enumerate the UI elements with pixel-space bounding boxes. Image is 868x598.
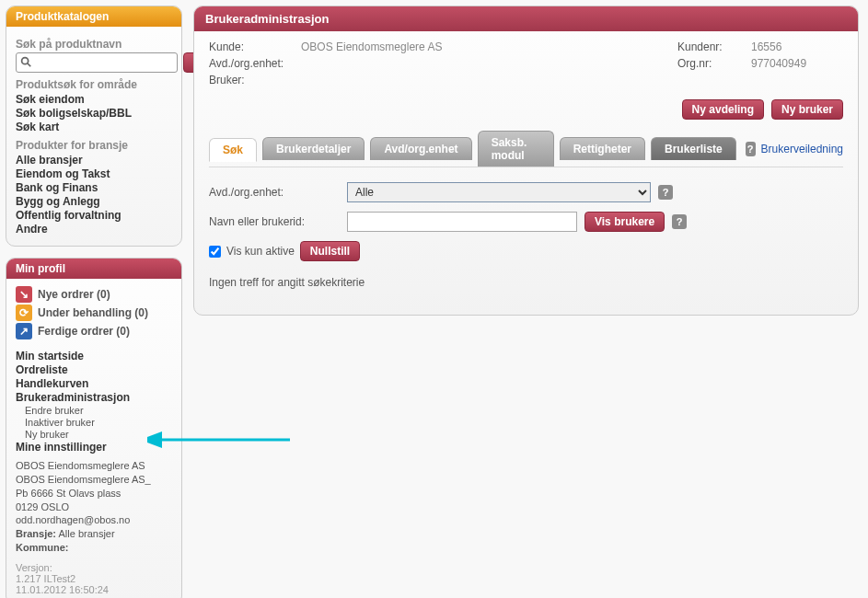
new-department-button[interactable]: Ny avdeling xyxy=(682,99,764,120)
addr-line3: Pb 6666 St Olavs plass xyxy=(16,487,172,500)
active-only-checkbox[interactable] xyxy=(209,246,221,258)
version-timestamp: 11.01.2012 16:50:24 xyxy=(16,584,172,595)
orders-done-label: Ferdige ordrer (0) xyxy=(38,325,130,338)
tab-search[interactable]: Søk xyxy=(209,138,257,162)
nav-mine-innstillinger[interactable]: Mine innstillinger xyxy=(16,441,172,454)
subnav-endre-bruker[interactable]: Endre bruker xyxy=(25,405,172,416)
tab-permissions[interactable]: Rettigheter xyxy=(560,137,645,160)
department-select[interactable]: Alle xyxy=(347,182,651,202)
kundenr-label: Kundenr: xyxy=(677,40,751,53)
subnav-inaktiver-bruker[interactable]: Inaktiver bruker xyxy=(25,417,172,428)
bransje-link-bygg-anlegg[interactable]: Bygg og Anlegg xyxy=(16,195,172,208)
version-value: 1.217 ILTest2 xyxy=(16,573,172,584)
no-results-message: Ingen treff for angitt søkekriterie xyxy=(209,276,843,289)
bruker-value xyxy=(301,74,677,86)
bransje-link-offentlig[interactable]: Offentlig forvaltning xyxy=(16,209,172,222)
help-icon-name[interactable]: ? xyxy=(672,214,687,229)
refresh-icon: ⟳ xyxy=(16,305,32,321)
active-only-label: Vis kun aktive xyxy=(226,245,295,258)
new-user-button[interactable]: Ny bruker xyxy=(771,99,843,120)
version-block: Versjon: 1.217 ILTest2 11.01.2012 16:50:… xyxy=(16,562,172,595)
bruker-label: Bruker: xyxy=(209,74,301,86)
bransje-link-eiendom-takst[interactable]: Eiendom og Takst xyxy=(16,167,172,180)
svg-line-1 xyxy=(28,63,31,67)
product-catalog-header: Produktkatalogen xyxy=(6,6,181,27)
search-label: Søk på produktnavn xyxy=(16,38,172,51)
addr-line1: OBOS Eiendomsmeglere AS xyxy=(16,459,172,473)
form-name-label: Navn eller brukerid: xyxy=(209,215,347,228)
area-search-heading: Produktsøk for område xyxy=(16,78,172,91)
user-admin-panel: Brukeradministrasjon Kunde: OBOS Eiendom… xyxy=(193,6,859,316)
addr-line2: OBOS Eiendomsmeglere AS_ xyxy=(16,473,172,487)
customer-info-grid: Kunde: OBOS Eiendomsmeglere AS Kundenr: … xyxy=(209,40,843,86)
product-catalog-panel: Produktkatalogen Søk på produktnavn Søk … xyxy=(6,6,182,247)
area-link-eiendom[interactable]: Søk eiendom xyxy=(16,93,172,106)
tab-department[interactable]: Avd/org.enhet xyxy=(370,137,471,160)
product-search-input[interactable] xyxy=(16,52,178,73)
orgnr-value: 977040949 xyxy=(751,57,843,70)
help-icon-avd[interactable]: ? xyxy=(658,185,673,200)
svg-point-0 xyxy=(22,58,29,64)
bransje-link-andre[interactable]: Andre xyxy=(16,223,172,236)
user-guide-link[interactable]: Brukerveiledning xyxy=(761,143,843,155)
nav-ordreliste[interactable]: Ordreliste xyxy=(16,363,172,376)
nav-handlekurven[interactable]: Handlekurven xyxy=(16,377,172,390)
arrow-up-icon: ↗ xyxy=(16,323,32,339)
tab-case-module[interactable]: Saksb. modul xyxy=(478,131,554,167)
tab-user-list[interactable]: Brukerliste xyxy=(651,137,736,160)
orders-new-label: Nye ordrer (0) xyxy=(38,288,110,301)
nav-min-startside[interactable]: Min startside xyxy=(16,350,172,362)
orders-processing-label: Under behandling (0) xyxy=(38,306,148,319)
orders-new[interactable]: ↘ Nye ordrer (0) xyxy=(16,286,172,303)
nav-brukeradmin[interactable]: Brukeradministrasjon xyxy=(16,391,172,404)
tabs-row: Søk Brukerdetaljer Avd/org.enhet Saksb. … xyxy=(209,131,843,167)
bransje-heading: Produkter for bransje xyxy=(16,139,172,152)
addr-email[interactable]: odd.nordhagen@obos.no xyxy=(16,514,130,525)
kunde-value: OBOS Eiendomsmeglere AS xyxy=(301,40,677,53)
bransje-link-bank-finans[interactable]: Bank og Finans xyxy=(16,181,172,194)
my-profile-header: Min profil xyxy=(6,259,181,279)
company-address: OBOS Eiendomsmeglere AS OBOS Eiendomsmeg… xyxy=(16,459,172,555)
search-icon xyxy=(19,55,32,68)
form-avd-label: Avd./org.enhet: xyxy=(209,186,347,199)
kundenr-value: 16556 xyxy=(751,40,843,53)
addr-line4: 0129 OSLO xyxy=(16,500,172,514)
bransje-link-alle[interactable]: Alle bransjer xyxy=(16,154,172,167)
name-or-userid-input[interactable] xyxy=(347,212,577,232)
kunde-label: Kunde: xyxy=(209,40,301,53)
help-icon[interactable]: ? xyxy=(746,142,756,156)
area-link-kart[interactable]: Søk kart xyxy=(16,121,172,133)
subnav-ny-bruker[interactable]: Ny bruker xyxy=(25,429,172,440)
orders-processing[interactable]: ⟳ Under behandling (0) xyxy=(16,305,172,321)
version-head: Versjon: xyxy=(16,562,172,573)
reset-button[interactable]: Nullstill xyxy=(300,241,360,261)
arrow-down-icon: ↘ xyxy=(16,286,32,303)
orgnr-label: Org.nr: xyxy=(677,57,751,70)
my-profile-panel: Min profil ↘ Nye ordrer (0) ⟳ Under beha… xyxy=(6,258,182,598)
user-admin-header: Brukeradministrasjon xyxy=(194,6,858,31)
show-users-button[interactable]: Vis brukere xyxy=(584,212,665,232)
bransje-label: Bransje: xyxy=(16,528,56,539)
bransje-value: Alle bransjer xyxy=(58,528,114,539)
tab-user-details[interactable]: Brukerdetaljer xyxy=(262,137,365,160)
orders-done[interactable]: ↗ Ferdige ordrer (0) xyxy=(16,323,172,339)
kommune-label: Kommune: xyxy=(16,542,68,553)
avd-label: Avd./org.enhet: xyxy=(209,57,301,70)
area-link-boligselskap[interactable]: Søk boligselskap/BBL xyxy=(16,107,172,120)
avd-value xyxy=(301,57,677,70)
